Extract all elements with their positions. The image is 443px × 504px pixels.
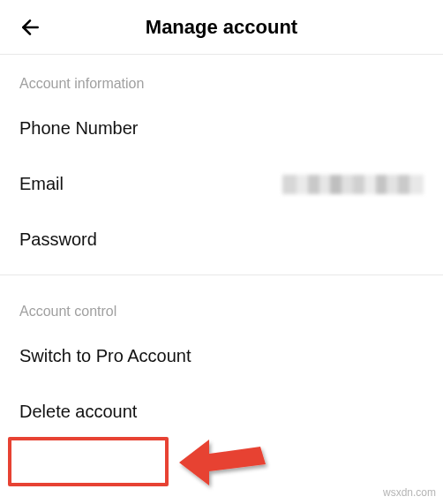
section-divider	[0, 275, 443, 275]
row-phone-number[interactable]: Phone Number	[0, 101, 443, 156]
annotation-highlight-box	[8, 437, 169, 486]
section-header-info: Account information	[0, 55, 443, 101]
watermark: wsxdn.com	[383, 486, 436, 499]
row-label-password: Password	[19, 229, 97, 250]
row-email[interactable]: Email	[0, 156, 443, 212]
section-header-control: Account control	[0, 282, 443, 328]
row-label-delete: Delete account	[19, 402, 137, 422]
header-bar: Manage account	[0, 0, 443, 55]
row-password[interactable]: Password	[0, 212, 443, 267]
row-label-phone: Phone Number	[19, 118, 139, 139]
svg-marker-1	[179, 440, 266, 485]
row-delete-account[interactable]: Delete account	[0, 384, 443, 440]
row-label-email: Email	[19, 174, 64, 194]
page-title: Manage account	[18, 16, 425, 39]
back-icon[interactable]	[18, 15, 42, 40]
email-value-obscured	[282, 175, 424, 194]
row-switch-pro[interactable]: Switch to Pro Account	[0, 328, 443, 384]
row-label-pro: Switch to Pro Account	[19, 346, 191, 366]
